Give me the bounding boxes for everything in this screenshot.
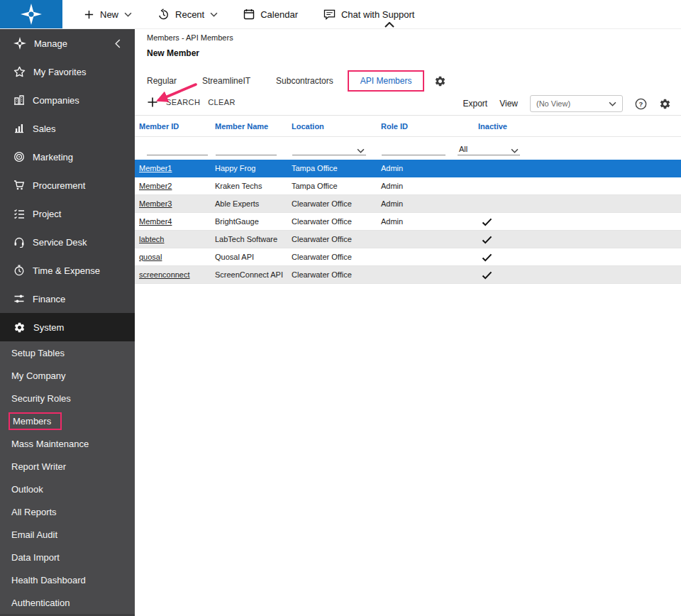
role-id-cell: Admin: [381, 213, 403, 230]
member-row-member4[interactable]: Member4BrightGaugeClearwater OfficeAdmin: [135, 213, 681, 231]
topbar-item-recent[interactable]: Recent: [157, 9, 218, 21]
column-header-member-name[interactable]: Member Name: [215, 122, 268, 131]
member-id-link[interactable]: screenconnect: [139, 266, 190, 283]
topbar-item-label: New: [100, 9, 118, 20]
sidebar-item-finance[interactable]: Finance: [0, 285, 135, 313]
add-member-button[interactable]: [147, 97, 158, 108]
sidebar-subitem-security-roles[interactable]: Security Roles: [0, 387, 135, 409]
topbar-item-calendar[interactable]: Calendar: [243, 9, 298, 20]
sidebar-subitem-setup-tables[interactable]: Setup Tables: [0, 341, 135, 364]
sidebar-item-service-desk[interactable]: Service Desk: [0, 228, 135, 256]
sidebar-item-marketing[interactable]: Marketing: [0, 143, 135, 171]
sidebar-item-project[interactable]: Project: [0, 199, 135, 228]
sidebar-subitem-outlook[interactable]: Outlook: [0, 478, 135, 500]
sidebar-item-my-favorites[interactable]: My Favorites: [0, 57, 135, 86]
sidebar-item-time-expense[interactable]: Time & Expense: [0, 256, 135, 285]
member-id-link[interactable]: quosal: [139, 248, 162, 265]
sidebar-item-procurement[interactable]: Procurement: [0, 171, 135, 199]
sidebar-item-sales[interactable]: Sales: [0, 114, 135, 143]
compass-icon: [13, 37, 26, 50]
connectwise-logo[interactable]: [0, 0, 62, 28]
filter-inactive-value: All: [459, 145, 467, 153]
tab-settings-gear-icon[interactable]: [434, 75, 446, 87]
sidebar-subitem-my-company[interactable]: My Company: [0, 364, 135, 387]
sidebar-collapse-chevron-icon[interactable]: [115, 39, 121, 48]
sidebar-item-label: Manage: [34, 38, 107, 49]
member-name-cell: Quosal API: [215, 248, 254, 265]
filter-location-select[interactable]: [292, 142, 366, 155]
grid-header: Member IDMember NameLocationRole IDInact…: [135, 116, 681, 137]
filter-member-name-input[interactable]: [216, 142, 277, 155]
filter-member-id-input[interactable]: [147, 142, 208, 155]
tab-subcontractors[interactable]: Subcontractors: [263, 70, 346, 92]
sidebar-item-label: System: [33, 322, 126, 333]
column-header-inactive[interactable]: Inactive: [478, 122, 507, 131]
member-row-member3[interactable]: Member3Able ExpertsClearwater OfficeAdmi…: [135, 195, 681, 213]
member-name-cell: Able Experts: [215, 195, 259, 212]
sidebar-subitem-health-dashboard[interactable]: Health Dashboard: [0, 568, 135, 591]
role-id-cell: Admin: [381, 160, 403, 177]
member-id-link[interactable]: Member2: [139, 177, 172, 194]
chevron-down-icon: [210, 12, 218, 17]
collapse-header-chevron-icon[interactable]: [384, 22, 394, 28]
sidebar-subitem-email-audit[interactable]: Email Audit: [0, 523, 135, 546]
topbar-item-new[interactable]: New: [84, 9, 132, 20]
member-row-member2[interactable]: Member2Kraken TechsTampa OfficeAdmin: [135, 177, 681, 195]
view-select-value: (No View): [536, 99, 570, 108]
export-button[interactable]: Export: [463, 99, 488, 109]
member-id-link[interactable]: Member1: [139, 160, 172, 177]
tab-streamlineit[interactable]: StreamlineIT: [189, 70, 263, 92]
sidebar-item-companies[interactable]: Companies: [0, 86, 135, 114]
sidebar-subitem-authentication[interactable]: Authentication: [0, 591, 135, 614]
member-id-link[interactable]: Member4: [139, 213, 172, 230]
member-row-labtech[interactable]: labtechLabTech SoftwareClearwater Office: [135, 231, 681, 248]
column-header-role-id[interactable]: Role ID: [381, 122, 408, 131]
inactive-check-icon: [482, 213, 492, 232]
filter-inactive-select[interactable]: All: [458, 142, 520, 155]
calendar-icon: [243, 9, 255, 20]
view-select[interactable]: (No View): [530, 95, 623, 112]
filter-role-id-input[interactable]: [382, 142, 445, 155]
sidebar-subitem-all-reports[interactable]: All Reports: [0, 500, 135, 523]
sidebar-item-label: Time & Expense: [33, 265, 126, 276]
tab-regular[interactable]: Regular: [147, 70, 189, 92]
member-row-screenconnect[interactable]: screenconnectScreenConnect APIClearwater…: [135, 266, 681, 284]
svg-text:?: ?: [639, 99, 643, 107]
sidebar-item-manage[interactable]: Manage: [0, 29, 135, 57]
sidebar-subitem-label: All Reports: [11, 507, 57, 517]
history-icon: [157, 9, 170, 21]
member-row-quosal[interactable]: quosalQuosal APIClearwater Office: [135, 248, 681, 266]
sidebar-subitem-data-import[interactable]: Data Import: [0, 546, 135, 568]
location-cell: Tampa Office: [292, 177, 338, 194]
sidebar-subitem-label: My Company: [11, 370, 66, 381]
member-id-link[interactable]: Member3: [139, 195, 172, 212]
sidebar-item-label: Service Desk: [33, 237, 126, 248]
member-id-link[interactable]: labtech: [139, 231, 164, 248]
main-content: Members - API Members New Member Regular…: [135, 29, 681, 616]
headset-icon: [13, 236, 25, 248]
topbar-item-chat-with-support[interactable]: Chat with Support: [323, 9, 414, 20]
sidebar-subitem-members[interactable]: Members: [0, 409, 135, 432]
clear-button[interactable]: CLEAR: [208, 98, 236, 106]
role-id-cell: Admin: [381, 177, 403, 194]
location-cell: Clearwater Office: [292, 231, 352, 248]
grid-settings-gear-icon[interactable]: [659, 98, 671, 110]
sidebar-sub-nav: Setup TablesMy CompanySecurity RolesMemb…: [0, 341, 135, 614]
chevron-down-icon: [357, 148, 365, 153]
topbar-item-label: Calendar: [260, 9, 298, 20]
help-icon[interactable]: ?: [635, 98, 647, 110]
role-id-cell: Admin: [381, 195, 403, 212]
gear-icon: [13, 321, 26, 334]
sidebar-subitem-mass-maintenance[interactable]: Mass Maintenance: [0, 432, 135, 455]
column-header-location[interactable]: Location: [292, 122, 324, 131]
search-button[interactable]: SEARCH: [166, 98, 200, 106]
sidebar-subitem-report-writer[interactable]: Report Writer: [0, 455, 135, 478]
compass-logo-icon: [21, 4, 42, 25]
column-header-member-id[interactable]: Member ID: [139, 122, 179, 131]
sidebar-item-label: Sales: [33, 123, 126, 134]
sidebar-item-system[interactable]: System: [0, 313, 135, 341]
member-row-member1[interactable]: Member1Happy FrogTampa OfficeAdmin: [135, 160, 681, 177]
grid-filter-row: All: [135, 137, 681, 158]
member-name-cell: Kraken Techs: [215, 177, 262, 194]
tab-api-members[interactable]: API Members: [348, 70, 425, 92]
